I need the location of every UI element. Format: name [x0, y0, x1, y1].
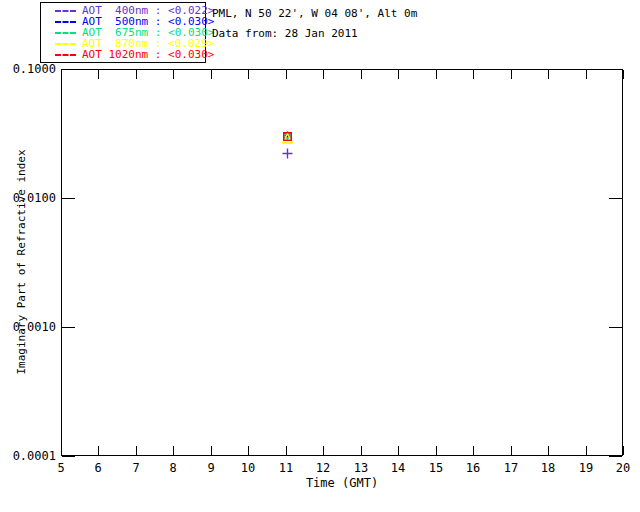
- y-tick: [62, 327, 75, 328]
- x-tick-top: [623, 70, 624, 79]
- x-tick-top: [511, 70, 512, 79]
- x-tick-top: [586, 70, 587, 79]
- plot-canvas: AOT 400nm : <0.022>AOT 500nm : <0.030>AO…: [0, 0, 640, 512]
- y-tick-label: 0.1000: [0, 63, 56, 75]
- data-point-aot-1020nm: [283, 132, 292, 141]
- x-tick: [511, 446, 512, 455]
- x-tick: [136, 446, 137, 455]
- x-tick-label: 20: [608, 462, 638, 474]
- x-tick-top: [548, 70, 549, 79]
- x-tick: [473, 446, 474, 455]
- x-tick-label: 9: [196, 462, 226, 474]
- x-tick-top: [473, 70, 474, 79]
- station-header: PML, N 50 22', W 04 08', Alt 0m Data fro…: [212, 4, 417, 44]
- legend-dash-line: [55, 32, 76, 34]
- y-tick: [62, 456, 75, 457]
- x-tick-label: 11: [271, 462, 301, 474]
- x-tick-label: 7: [121, 462, 151, 474]
- y-tick-label: 0.0010: [0, 321, 56, 333]
- y-axis-title: Imaginary Part of Refractive index: [16, 149, 27, 374]
- x-tick-label: 12: [308, 462, 338, 474]
- y-tick: [62, 69, 75, 70]
- x-tick-top: [286, 70, 287, 79]
- y-tick-right: [609, 198, 622, 199]
- x-tick: [248, 446, 249, 455]
- legend-dash-line: [55, 43, 76, 45]
- x-tick-top: [61, 70, 62, 79]
- y-tick-right: [609, 327, 622, 328]
- x-tick-top: [136, 70, 137, 79]
- x-tick-top: [211, 70, 212, 79]
- y-tick-right: [609, 456, 622, 457]
- x-tick: [61, 446, 62, 455]
- x-tick-top: [323, 70, 324, 79]
- legend-item-1020nm: AOT 1020nm : <0.030>: [55, 49, 205, 60]
- x-axis-title: Time (GMT): [262, 477, 422, 489]
- data-point-aot-400nm: [282, 148, 293, 159]
- x-tick-label: 14: [383, 462, 413, 474]
- legend-dash-line: [55, 10, 76, 12]
- y-tick-label: 0.0001: [0, 450, 56, 462]
- x-tick: [323, 446, 324, 455]
- x-tick-label: 17: [496, 462, 526, 474]
- x-tick: [361, 446, 362, 455]
- legend-box: AOT 400nm : <0.022>AOT 500nm : <0.030>AO…: [40, 2, 206, 63]
- x-tick: [548, 446, 549, 455]
- x-tick-label: 5: [46, 462, 76, 474]
- legend-dash-line: [55, 54, 76, 56]
- x-tick: [398, 446, 399, 455]
- x-tick: [586, 446, 587, 455]
- x-tick-label: 19: [571, 462, 601, 474]
- x-tick-top: [98, 70, 99, 79]
- y-tick-label: 0.0100: [0, 192, 56, 204]
- x-tick-top: [398, 70, 399, 79]
- x-tick-label: 10: [233, 462, 263, 474]
- x-tick: [98, 446, 99, 455]
- x-tick-top: [361, 70, 362, 79]
- plot-area: [61, 69, 623, 456]
- x-tick-label: 16: [458, 462, 488, 474]
- x-tick: [173, 446, 174, 455]
- x-tick-label: 13: [346, 462, 376, 474]
- y-tick-right: [609, 69, 622, 70]
- x-tick: [623, 446, 624, 455]
- x-tick: [436, 446, 437, 455]
- legend-label: AOT 1020nm : <0.030>: [82, 49, 214, 60]
- x-tick-label: 15: [421, 462, 451, 474]
- x-tick: [286, 446, 287, 455]
- x-tick-top: [173, 70, 174, 79]
- x-tick-top: [436, 70, 437, 79]
- data-date: Data from: 28 Jan 2011: [212, 24, 417, 44]
- x-tick-label: 8: [158, 462, 188, 474]
- x-tick: [211, 446, 212, 455]
- station-location: PML, N 50 22', W 04 08', Alt 0m: [212, 4, 417, 24]
- legend-dash-line: [55, 21, 76, 23]
- y-tick: [62, 198, 75, 199]
- x-tick-label: 6: [83, 462, 113, 474]
- x-tick-top: [248, 70, 249, 79]
- x-tick-label: 18: [533, 462, 563, 474]
